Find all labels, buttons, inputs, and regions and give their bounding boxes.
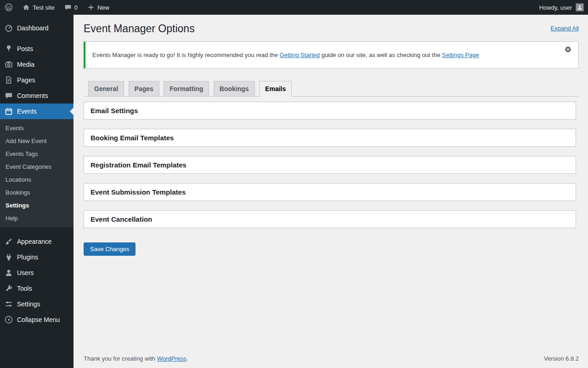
sidebar-item-label: Pages — [17, 76, 35, 84]
submenu-item-locations[interactable]: Locations — [0, 173, 74, 186]
collapse-menu-label: Collapse Menu — [17, 316, 60, 323]
collapse-arrow-icon — [4, 315, 13, 324]
sidebar-item-comments[interactable]: Comments — [0, 88, 74, 104]
brush-icon — [4, 237, 13, 246]
main-content: Event Manager Options Expand All Events … — [74, 15, 588, 368]
panel-title[interactable]: Registration Email Templates — [84, 156, 576, 173]
calendar-icon — [4, 107, 13, 116]
expand-all-link[interactable]: Expand All — [551, 22, 579, 32]
collapse-menu-button[interactable]: Collapse Menu — [0, 312, 74, 328]
submenu-item-add-new-event[interactable]: Add New Event — [0, 134, 74, 147]
sidebar-item-label: Users — [17, 269, 34, 276]
sidebar-item-tools[interactable]: Tools — [0, 281, 74, 296]
submenu-item-help[interactable]: Help — [0, 212, 74, 224]
site-name-label: Test site — [33, 4, 55, 11]
panel-booking-email-templates: Booking Email Templates — [84, 129, 576, 147]
footer-credit-suffix: . — [187, 355, 188, 362]
person-icon — [4, 268, 13, 277]
tab-emails[interactable]: Emails — [259, 81, 292, 97]
new-content-label: New — [97, 4, 109, 11]
notice-text: Events Manager is ready to go! It is hig… — [92, 52, 278, 58]
sliders-icon — [4, 299, 13, 309]
sidebar-item-plugins[interactable]: Plugins — [0, 249, 74, 265]
dismiss-notice-button[interactable] — [565, 46, 571, 53]
submenu-item-settings[interactable]: Settings — [0, 199, 74, 212]
comment-bubble-icon — [64, 3, 72, 12]
getting-started-link[interactable]: Getting Started — [280, 52, 320, 58]
panel-title[interactable]: Booking Email Templates — [84, 129, 576, 146]
settings-panels: Email Settings Booking Email Templates R… — [84, 102, 576, 237]
new-content-menu[interactable]: New — [82, 0, 114, 15]
wrench-icon — [4, 284, 13, 293]
admin-notice: Events Manager is ready to go! It is hig… — [84, 41, 579, 69]
admin-bar-left: Test site 0 New — [0, 0, 114, 15]
save-changes-button[interactable]: Save Changes — [84, 242, 136, 256]
plus-icon — [87, 3, 95, 12]
plug-icon — [4, 253, 13, 262]
footer: Thank you for creating with WordPress. V… — [84, 351, 579, 368]
footer-credit: Thank you for creating with WordPress. — [84, 355, 188, 362]
sidebar-item-appearance[interactable]: Appearance — [0, 234, 74, 249]
sidebar-item-label: Comments — [17, 92, 48, 99]
sidebar-item-settings[interactable]: Settings — [0, 296, 74, 312]
footer-credit-text: Thank you for creating with — [84, 355, 155, 362]
wordpress-link[interactable]: WordPress — [157, 355, 187, 362]
page-icon — [4, 75, 13, 85]
sidebar-item-pages[interactable]: Pages — [0, 72, 74, 88]
sidebar: Dashboard Posts Media Pages Comments Eve… — [0, 15, 74, 368]
sidebar-item-posts[interactable]: Posts — [0, 41, 74, 57]
wordpress-logo-menu[interactable] — [0, 0, 17, 15]
panel-email-settings: Email Settings — [84, 102, 576, 120]
events-submenu: Events Add New Event Events Tags Event C… — [0, 119, 74, 227]
panel-event-submission-templates: Event Submission Templates — [84, 183, 576, 201]
panel-title[interactable]: Email Settings — [84, 102, 576, 119]
sidebar-item-label: Tools — [17, 285, 32, 292]
sidebar-item-label: Media — [17, 61, 34, 68]
menu-separator — [0, 36, 74, 41]
comments-menu[interactable]: 0 — [59, 0, 82, 15]
comments-count: 0 — [74, 4, 78, 11]
submenu-item-event-categories[interactable]: Event Categories — [0, 160, 74, 173]
dashboard-icon — [4, 23, 13, 33]
panel-registration-email-templates: Registration Email Templates — [84, 156, 576, 174]
comment-icon — [4, 91, 13, 100]
panel-event-cancellation: Event Cancellation — [84, 210, 576, 228]
settings-tabs: General Pages Formatting Bookings Emails — [84, 81, 579, 97]
admin-bar: Test site 0 New Howdy, user — [0, 0, 588, 15]
site-name-menu[interactable]: Test site — [17, 0, 59, 15]
menu-separator — [0, 227, 74, 234]
sidebar-item-users[interactable]: Users — [0, 265, 74, 281]
sidebar-item-label: Settings — [17, 300, 40, 308]
home-icon — [22, 3, 30, 12]
person-icon — [577, 4, 583, 11]
sidebar-item-events[interactable]: Events — [0, 104, 74, 119]
page-layout: Dashboard Posts Media Pages Comments Eve… — [0, 15, 588, 368]
admin-bar-right: Howdy, user — [535, 0, 588, 15]
panel-title[interactable]: Event Submission Templates — [84, 184, 576, 201]
sidebar-item-media[interactable]: Media — [0, 57, 74, 72]
panel-title[interactable]: Event Cancellation — [84, 211, 576, 228]
version-label: Version 6.8.2 — [544, 355, 579, 362]
my-account-menu[interactable]: Howdy, user — [535, 0, 588, 15]
avatar — [576, 4, 583, 11]
sidebar-item-dashboard[interactable]: Dashboard — [0, 20, 74, 36]
submenu-item-events[interactable]: Events — [0, 121, 74, 134]
page-header: Event Manager Options Expand All — [84, 22, 579, 36]
sidebar-item-label: Appearance — [17, 238, 52, 245]
tab-general[interactable]: General — [88, 81, 124, 96]
tab-bookings[interactable]: Bookings — [214, 81, 255, 96]
sidebar-item-label: Posts — [17, 45, 33, 52]
submenu-item-events-tags[interactable]: Events Tags — [0, 147, 74, 160]
pin-icon — [4, 44, 13, 53]
page-title: Event Manager Options — [84, 22, 195, 36]
sidebar-item-label: Dashboard — [17, 24, 49, 32]
camera-icon — [4, 60, 13, 69]
settings-page-link[interactable]: Settings Page — [442, 52, 479, 58]
submenu-item-bookings[interactable]: Bookings — [0, 186, 74, 199]
tab-formatting[interactable]: Formatting — [164, 81, 209, 96]
sidebar-item-label: Plugins — [17, 253, 38, 261]
tab-pages[interactable]: Pages — [129, 81, 159, 96]
wordpress-logo-icon — [5, 3, 13, 12]
circle-x-icon — [565, 46, 571, 53]
notice-text: guide on our site, as well as checking o… — [322, 52, 441, 58]
